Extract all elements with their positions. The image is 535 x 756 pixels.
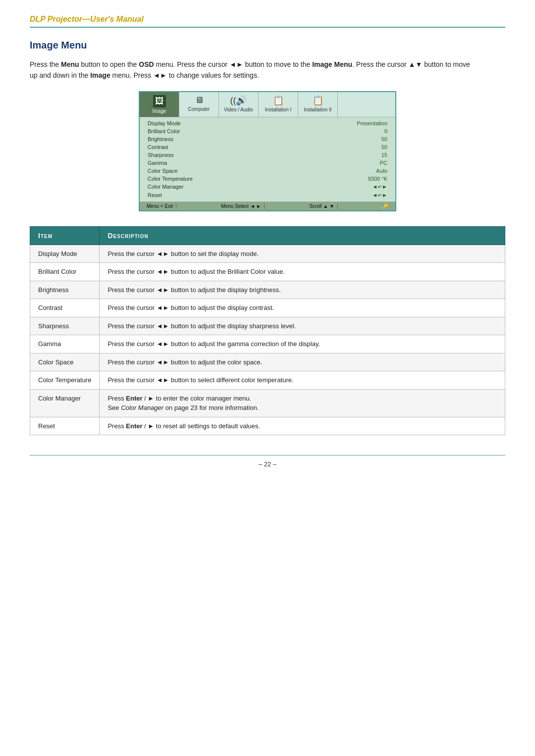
osd-footer-menu-exit: Menu = Exit — [144, 203, 176, 209]
osd-row-sharpness: Sharpness 15 — [140, 151, 395, 159]
desc-brightness: Press the cursor ◄► button to adjust the… — [100, 281, 505, 299]
table-row: Color Manager Press Enter / ► to enter t… — [30, 389, 505, 417]
desc-reset: Press Enter / ► to reset all settings to… — [100, 417, 505, 435]
table-row: Sharpness Press the cursor ◄► button to … — [30, 317, 505, 335]
description-table: Item Description Display Mode Press the … — [30, 226, 505, 436]
desc-gamma: Press the cursor ◄► button to adjust the… — [100, 335, 505, 353]
osd-tab-computer: 🖥 Computer — [179, 92, 219, 117]
item-display-mode: Display Mode — [30, 245, 100, 263]
item-gamma: Gamma — [30, 335, 100, 353]
installation1-icon: 📋 — [273, 95, 284, 106]
osd-row-color-space: Color Space Auto — [140, 167, 395, 175]
table-row: Brilliant Color Press the cursor ◄► butt… — [30, 263, 505, 281]
osd-footer-scroll: Scroll ▲ ▼ — [306, 203, 337, 209]
video-audio-icon: ((🔊 — [230, 95, 247, 106]
page-number: – 22 – — [30, 455, 505, 468]
osd-row-gamma: Gamma PC — [140, 159, 395, 167]
installation2-icon: 📋 — [313, 95, 323, 106]
item-reset: Reset — [30, 417, 100, 435]
item-color-manager: Color Manager — [30, 389, 100, 417]
desc-display-mode: Press the cursor ◄► button to set the di… — [100, 245, 505, 263]
item-sharpness: Sharpness — [30, 317, 100, 335]
osd-tab-video-label: Video / Audio — [224, 107, 253, 112]
osd-footer-menu-select: Menu Select ◄ ► — [218, 203, 265, 209]
item-color-temperature: Color Temperature — [30, 371, 100, 390]
table-row: Display Mode Press the cursor ◄► button … — [30, 245, 505, 263]
table-row: Gamma Press the cursor ◄► button to adju… — [30, 335, 505, 353]
section-title: Image Menu — [30, 40, 505, 51]
osd-row-brilliant-color: Brilliant Color 0 — [140, 127, 395, 135]
osd-footer-key-icon: 🔑 — [379, 203, 391, 209]
table-row: Color Temperature Press the cursor ◄► bu… — [30, 371, 505, 390]
item-color-space: Color Space — [30, 353, 100, 371]
osd-row-contrast: Contrast 50 — [140, 143, 395, 151]
table-row: Brightness Press the cursor ◄► button to… — [30, 281, 505, 299]
item-brilliant-color: Brilliant Color — [30, 263, 100, 281]
item-contrast: Contrast — [30, 299, 100, 317]
table-row: Contrast Press the cursor ◄► button to a… — [30, 299, 505, 317]
document-title: DLP Projector—User's Manual — [30, 15, 505, 28]
desc-contrast: Press the cursor ◄► button to adjust the… — [100, 299, 505, 317]
desc-color-temperature: Press the cursor ◄► button to select dif… — [100, 371, 505, 390]
osd-tab-installation1: 📋 Installation I — [259, 92, 298, 117]
osd-tab-image-label: Image — [153, 108, 166, 114]
osd-tab-computer-label: Computer — [188, 106, 210, 112]
osd-menu: 🖼 Image 🖥 Computer ((🔊 Video / Audio 📋 I… — [139, 91, 396, 211]
computer-icon: 🖥 — [195, 95, 204, 105]
osd-tab-install1-label: Installation I — [265, 107, 291, 112]
desc-brilliant-color: Press the cursor ◄► button to adjust the… — [100, 263, 505, 281]
osd-menu-rows: Display Mode Presentation Brilliant Colo… — [140, 117, 395, 202]
osd-tab-video-audio: ((🔊 Video / Audio — [219, 92, 259, 117]
table-row: Color Space Press the cursor ◄► button t… — [30, 353, 505, 371]
osd-row-color-temperature: Color Temperature 9300 °K — [140, 175, 395, 183]
image-icon: 🖼 — [153, 95, 166, 107]
intro-paragraph: Press the Menu button to open the OSD me… — [30, 59, 476, 81]
osd-row-brightness: Brightness 50 — [140, 135, 395, 143]
osd-tab-installation2: 📋 Installation II — [298, 92, 338, 117]
osd-tabs: 🖼 Image 🖥 Computer ((🔊 Video / Audio 📋 I… — [140, 92, 395, 117]
desc-color-space: Press the cursor ◄► button to adjust the… — [100, 353, 505, 371]
osd-tab-image: 🖼 Image — [140, 92, 179, 117]
item-brightness: Brightness — [30, 281, 100, 299]
desc-sharpness: Press the cursor ◄► button to adjust the… — [100, 317, 505, 335]
osd-row-reset: Reset ◄↵► — [140, 191, 395, 200]
osd-footer: Menu = Exit Menu Select ◄ ► Scroll ▲ ▼ 🔑 — [140, 202, 395, 210]
desc-color-manager: Press Enter / ► to enter the color manag… — [100, 389, 505, 417]
osd-row-display-mode: Display Mode Presentation — [140, 119, 395, 127]
table-header-description: Description — [100, 226, 505, 245]
osd-tab-install2-label: Installation II — [304, 107, 331, 112]
table-header-item: Item — [30, 226, 100, 245]
osd-row-color-manager: Color Manager ◄↵► — [140, 183, 395, 191]
table-row: Reset Press Enter / ► to reset all setti… — [30, 417, 505, 435]
